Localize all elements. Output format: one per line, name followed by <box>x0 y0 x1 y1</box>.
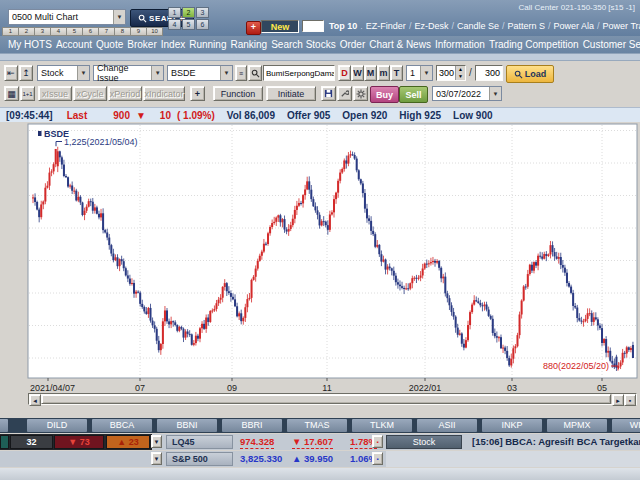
chevron-down-icon[interactable]: ▼ <box>220 66 232 80</box>
chevron-down-icon[interactable]: ▼ <box>420 66 432 80</box>
save-icon[interactable] <box>321 86 336 101</box>
quick-tab-3[interactable]: 3 <box>35 27 51 36</box>
grid-button-1[interactable]: 1 <box>168 7 181 18</box>
menu-item-index[interactable]: Index <box>159 39 187 50</box>
news-tab-stock[interactable]: Stock <box>386 435 462 449</box>
quick-tab-strip[interactable]: 12345678910 <box>2 27 163 36</box>
period-button-M[interactable]: M <box>364 65 377 81</box>
watchlist-cell-TMAS[interactable]: TMAS <box>287 419 347 432</box>
period-button-W[interactable]: W <box>351 65 364 81</box>
grid-button-2[interactable]: 2 <box>182 7 195 18</box>
quick-tab-7[interactable]: 7 <box>99 27 115 36</box>
sell-button[interactable]: Sell <box>399 86 428 103</box>
interval-select[interactable]: 1▼ <box>406 65 433 81</box>
row2-dropdown-icon[interactable]: ▼ <box>151 452 162 465</box>
watchlist-cell-I[interactable]: I <box>0 419 8 432</box>
grid-layout-icon[interactable]: ▦ <box>4 86 19 101</box>
period-button-T[interactable]: T <box>390 65 403 81</box>
quick-tab-5[interactable]: 5 <box>67 27 83 36</box>
symbol-search-button[interactable] <box>248 65 262 81</box>
quick-tab-4[interactable]: 4 <box>51 27 67 36</box>
menu-item-broker[interactable]: Broker <box>125 39 158 50</box>
wrench-icon[interactable] <box>337 86 352 101</box>
initiate-button[interactable]: Initiate <box>266 86 316 101</box>
watchlist-cell-BBNI[interactable]: BBNI <box>157 419 217 432</box>
menu-item-quote[interactable]: Quote <box>94 39 125 50</box>
watchlist-cell-DILD[interactable]: DILD <box>27 419 87 432</box>
gear-icon[interactable] <box>353 86 368 101</box>
one-plus-one-icon[interactable]: 1+1 <box>20 86 35 101</box>
buy-button[interactable]: Buy <box>370 86 399 103</box>
spinner-arrows[interactable]: ▲▼ <box>455 66 465 80</box>
quick-link-ez-desk[interactable]: Ez-Desk <box>414 21 448 31</box>
scroll-right-icon[interactable]: ▸ <box>612 394 624 406</box>
chart-hscrollbar[interactable]: ◂ ▸ ▪ <box>28 393 637 405</box>
date-picker[interactable]: 03/07/2022▼ <box>432 86 502 101</box>
grid-button-3[interactable]: 3 <box>196 7 209 18</box>
bars-spinner[interactable]: 300 ▲▼ <box>436 65 466 81</box>
candlestick-chart[interactable]: BSDE1,225(2021/05/04)880(2022/05/20)2021… <box>0 122 640 412</box>
menu-item-information[interactable]: Information <box>433 39 487 50</box>
layout-grid-buttons[interactable]: 123456 <box>168 7 209 30</box>
watchlist-cell-INKP[interactable]: INKP <box>482 419 542 432</box>
quick-tab-10[interactable]: 10 <box>147 27 163 36</box>
quick-tab-9[interactable]: 9 <box>131 27 147 36</box>
menu-item-customer-service[interactable]: Customer Service <box>581 39 640 50</box>
collapse-up-icon[interactable]: ↥ <box>19 65 33 81</box>
quick-tab-2[interactable]: 2 <box>19 27 35 36</box>
period-buttons[interactable]: DWMmT <box>338 65 403 81</box>
chevron-down-icon[interactable]: ▼ <box>151 66 163 80</box>
crosshair-icon[interactable]: + <box>190 86 205 101</box>
mode-select[interactable]: Stock▼ <box>37 65 90 81</box>
watchlist-cell-BBCA[interactable]: BBCA <box>92 419 152 432</box>
quick-link-power-tra[interactable]: Power Tra <box>603 21 640 31</box>
menu-item-search-stocks[interactable]: Search Stocks <box>269 39 337 50</box>
quick-link-ez-finder[interactable]: EZ-Finder <box>366 21 406 31</box>
chevron-down-icon[interactable]: ▼ <box>489 87 501 100</box>
row1-dropdown-icon[interactable]: ▼ <box>151 435 162 448</box>
news-ticker-text[interactable]: [15:06] BBCA: Agresif! BCA Targetkan Pen <box>472 436 640 447</box>
change-issue-select[interactable]: Change Issue▼ <box>93 65 164 81</box>
scroll-thumb[interactable] <box>41 394 611 404</box>
chevron-down-icon[interactable]: ▼ <box>77 66 89 80</box>
bars-total-input[interactable]: 300 <box>475 65 503 81</box>
scroll-left-icon[interactable]: ◂ <box>29 394 41 406</box>
sp500-dropdown-icon[interactable]: ▪ <box>372 452 383 465</box>
menu-item-order[interactable]: Order <box>338 39 368 50</box>
quick-link-candle-se[interactable]: Candle Se <box>457 21 499 31</box>
lq45-dropdown-icon[interactable]: ▪ <box>372 435 383 448</box>
watchlist-cell-BBRI[interactable]: BBRI <box>222 419 282 432</box>
mini-input[interactable] <box>302 20 324 32</box>
grid-button-5[interactable]: 5 <box>182 19 195 30</box>
index-name-sp500[interactable]: S&P 500 <box>166 452 233 466</box>
menu-item-account[interactable]: Account <box>54 39 94 50</box>
period-button-m[interactable]: m <box>377 65 390 81</box>
watchlist-cell-WIRG[interactable]: WIRG <box>612 419 640 432</box>
chevron-down-icon[interactable]: ▼ <box>113 10 125 24</box>
quick-tab-6[interactable]: 6 <box>83 27 99 36</box>
add-screen-button[interactable]: + <box>246 21 261 35</box>
index-name-lq45[interactable]: LQ45 <box>166 435 233 449</box>
new-items-banner[interactable]: New <box>261 20 299 33</box>
dock-left-icon[interactable]: ⇤ <box>4 65 18 81</box>
screen-selector-combo[interactable]: 0500 Multi Chart ▼ <box>8 9 126 25</box>
watchlist-cell-ASII[interactable]: ASII <box>417 419 477 432</box>
menu-item-running[interactable]: Running <box>187 39 228 50</box>
period-button-D[interactable]: D <box>338 65 351 81</box>
grid-button-6[interactable]: 6 <box>196 19 209 30</box>
quick-link-top10[interactable]: Top 10 <box>329 21 357 31</box>
quick-tab-8[interactable]: 8 <box>115 27 131 36</box>
menu-item-chart-news[interactable]: Chart & News <box>367 39 433 50</box>
function-button[interactable]: Function <box>213 86 263 101</box>
watchlist-cell-MPMX[interactable]: MPMX <box>547 419 607 432</box>
load-button[interactable]: Load <box>506 65 554 83</box>
symbol-input[interactable]: BSDE▼ <box>167 65 233 81</box>
quick-link-pattern-s[interactable]: Pattern S <box>507 21 545 31</box>
menu-item-trading-competition[interactable]: Trading Competition <box>487 39 581 50</box>
menu-item-ranking[interactable]: Ranking <box>228 39 269 50</box>
symbol-name-field[interactable]: BumiSerpongDamaiTbk. <box>263 65 335 81</box>
quick-tab-1[interactable]: 1 <box>2 27 19 36</box>
menu-item-my-hots[interactable]: My HOTS <box>6 39 54 50</box>
grid-button-4[interactable]: 4 <box>168 19 181 30</box>
watchlist-cell-TLKM[interactable]: TLKM <box>352 419 412 432</box>
